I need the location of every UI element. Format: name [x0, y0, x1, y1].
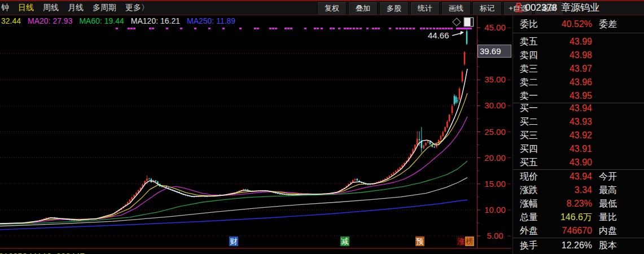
buy-row-2-value: 43.93 [513, 115, 592, 129]
info-row-2-label2: 最低 [599, 197, 617, 211]
panel-separator [513, 238, 644, 238]
info-row-2: 涨幅8.23%最低 [513, 197, 644, 211]
turnover-row-label2: 股本 [599, 239, 617, 252]
svg-text:榜: 榜 [466, 237, 474, 246]
weibi-row: 委比40.52%委差 [513, 17, 644, 31]
toolbar-button-叠加[interactable]: 叠加 [348, 2, 378, 15]
buy-row-3-value: 43.92 [513, 129, 592, 142]
sell-row-1[interactable]: 卖一43.95 [513, 89, 644, 103]
sell-row-3[interactable]: 卖三43.97 [513, 62, 644, 76]
high-annotation-text: 44.66 [428, 30, 449, 40]
info-row-4-value: 746670 [513, 224, 592, 238]
ma-legend-item: 32.44 [1, 16, 21, 25]
turnover-row: 换手12.26%股本 [513, 239, 644, 252]
weibi-row-value: 40.52% [513, 17, 592, 31]
sell-row-1-value: 43.95 [513, 89, 592, 103]
info-row-3-value: 146.6万 [513, 211, 592, 224]
axis-tick-label: 45.00 [484, 23, 506, 32]
info-row-0-label2: 今开 [599, 170, 617, 183]
kline-chart[interactable]: 45.0040.0035.0030.0025.0020.0015.0010.00… [0, 0, 512, 254]
diamond-icon [453, 18, 461, 26]
info-row-1-value: 3.34 [513, 183, 592, 197]
margin-trading-badge: R 1000 [515, 2, 523, 13]
high-annotation: 44.66 [428, 30, 464, 40]
svg-text:涨: 涨 [458, 237, 465, 246]
panel-separator [513, 33, 644, 33]
axis-tick-label: 20.00 [484, 153, 506, 163]
axis-price-marker: 39.69 [477, 45, 511, 58]
toolbar-button-标记[interactable]: 标记 [472, 2, 502, 15]
r-badge-sub: 1000 [515, 9, 523, 13]
tab-更多〉[interactable]: 更多〉 [125, 3, 149, 13]
info-row-1: 涨跌3.34最高 [513, 183, 644, 197]
period-tabs: 钟日线周线月线多周期更多〉 [1, 3, 149, 13]
sell-row-2[interactable]: 卖二43.96 [513, 76, 644, 89]
axis-tick-label: 5.00 [487, 231, 503, 240]
svg-text:减: 减 [341, 237, 349, 246]
tab-日线[interactable]: 日线 [18, 3, 34, 13]
ma-line-MA250 [0, 200, 467, 230]
axis-tick-label: 15.00 [484, 179, 506, 189]
chart-corner-icons[interactable] [453, 17, 474, 27]
volume-legend: 916252 MA10: 908447 [0, 251, 85, 254]
toolbar-divider [0, 15, 644, 15]
buy-row-3[interactable]: 买三43.92 [513, 129, 644, 142]
stock-header: R 1000 002378 章源钨业 [515, 1, 599, 14]
buy-row-1-value: 43.94 [513, 102, 592, 115]
axis-tick-label: 35.00 [484, 75, 506, 84]
axis-tick-label: 10.00 [484, 205, 506, 214]
toolbar-button-多股[interactable]: 多股 [379, 2, 409, 15]
buy-row-4[interactable]: 买四43.91 [513, 142, 644, 156]
ma-line-MA10 [0, 93, 467, 224]
buy-row-5-value: 43.90 [513, 156, 592, 169]
svg-text:财: 财 [230, 237, 238, 246]
quote-panel: 委比40.52%委差卖五43.99卖四43.98卖三43.97卖二43.96卖一… [512, 0, 644, 254]
info-row-0: 现价43.94今开 [513, 170, 644, 183]
r-badge-text: R [515, 2, 523, 9]
buy-row-1[interactable]: 买一43.94 [513, 102, 644, 115]
tab-周线[interactable]: 周线 [43, 3, 59, 13]
ma-legend-item: MA60: 19.44 [79, 16, 124, 25]
ma-line-MA5 [0, 69, 467, 224]
stock-name: 章源钨业 [561, 1, 599, 14]
buy-row-2[interactable]: 买二43.93 [513, 115, 644, 129]
ma-legend-item: MA250: 11.89 [187, 16, 235, 25]
sell-row-5[interactable]: 卖五43.99 [513, 35, 644, 49]
ma-legend: 32.44MA20: 27.93MA60: 19.44MA120: 16.21M… [1, 16, 235, 25]
axis-tick-label: 25.00 [484, 127, 506, 137]
toolbar-button-画线[interactable]: 画线 [441, 2, 471, 15]
ma-legend-item: MA120: 16.21 [131, 16, 180, 25]
info-row-2-value: 8.23% [513, 197, 592, 211]
sell-row-4[interactable]: 卖四43.98 [513, 49, 644, 62]
weibi-row-label2: 委差 [599, 17, 617, 31]
info-row-3: 总量146.6万量比 [513, 211, 644, 224]
sell-row-3-value: 43.97 [513, 62, 592, 76]
sell-row-5-value: 43.99 [513, 35, 592, 49]
axis-tick-label: 30.00 [484, 100, 506, 110]
info-row-0-value: 43.94 [513, 170, 592, 183]
buy-row-5[interactable]: 买五43.90 [513, 156, 644, 169]
stock-code: 002378 [525, 2, 558, 14]
ma-legend-item: MA20: 27.93 [28, 16, 72, 25]
toolbar-button-复权[interactable]: 复权 [317, 2, 347, 15]
buy-row-4-value: 43.91 [513, 142, 592, 156]
tab-多周期[interactable]: 多周期 [93, 3, 116, 13]
event-dots [116, 28, 472, 29]
ma-lines [0, 69, 467, 230]
info-row-4-label2: 内盘 [599, 224, 617, 238]
info-row-4: 外盘746670内盘 [513, 224, 644, 238]
info-row-1-label2: 最高 [599, 183, 617, 197]
info-row-3-label2: 量比 [599, 211, 617, 224]
tab-钟[interactable]: 钟 [1, 3, 9, 13]
sell-row-4-value: 43.98 [513, 49, 592, 62]
svg-text:预: 预 [416, 237, 424, 246]
toolbar-button-统计[interactable]: 统计 [410, 2, 440, 15]
event-badges: 财减预涨榜 [229, 237, 474, 246]
tab-月线[interactable]: 月线 [68, 3, 84, 13]
turnover-row-value: 12.26% [513, 239, 592, 252]
gridlines [0, 54, 476, 236]
sell-row-2-value: 43.96 [513, 76, 592, 89]
